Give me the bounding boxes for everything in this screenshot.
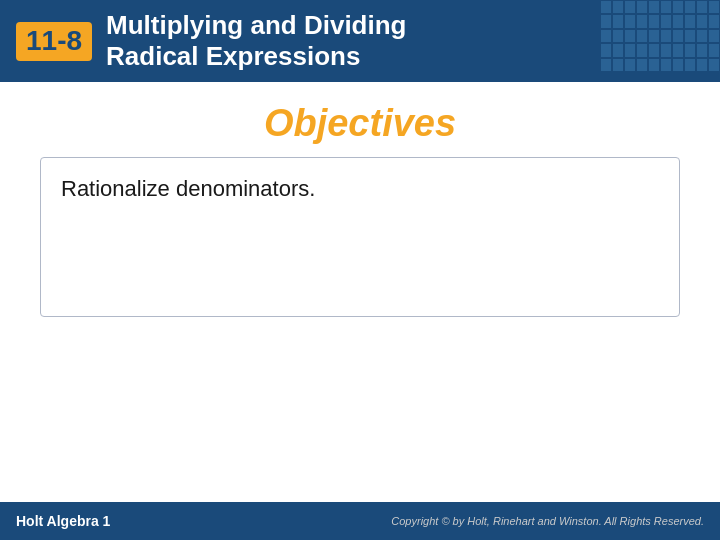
lesson-badge: 11-8 (16, 22, 92, 61)
objectives-item-1: Rationalize denominators. (61, 174, 659, 205)
header-title-line1: Multiplying and Dividing (106, 10, 406, 41)
footer: Holt Algebra 1 Copyright © by Holt, Rine… (0, 502, 720, 540)
footer-publisher: Holt Algebra 1 (16, 513, 110, 529)
objectives-title: Objectives (264, 102, 456, 145)
header: 11-8 Multiplying and Dividing Radical Ex… (0, 0, 720, 82)
header-title-block: Multiplying and Dividing Radical Express… (106, 10, 406, 72)
footer-copyright: Copyright © by Holt, Rinehart and Winsto… (391, 515, 704, 527)
objectives-box: Rationalize denominators. (40, 157, 680, 317)
header-decoration (600, 0, 720, 72)
main-content: Objectives Rationalize denominators. (0, 82, 720, 502)
header-title-line2: Radical Expressions (106, 41, 406, 72)
